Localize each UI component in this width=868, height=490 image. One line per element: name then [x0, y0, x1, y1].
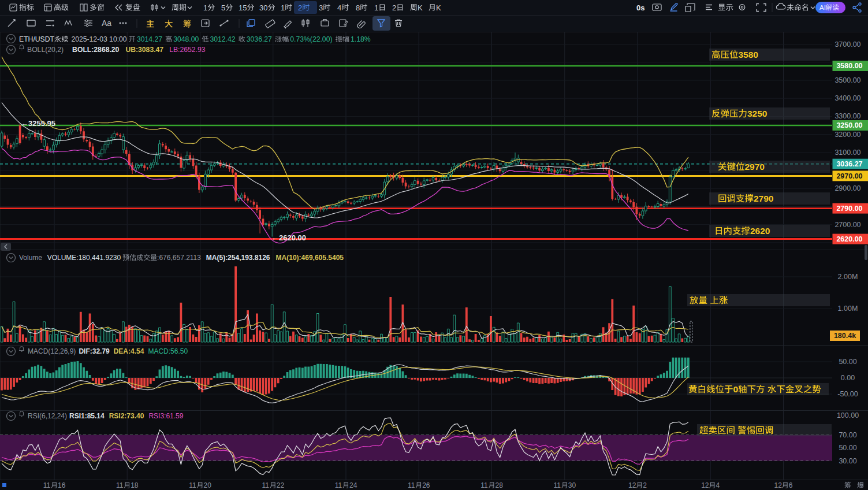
svg-text:26: 26: [422, 481, 430, 489]
svg-text:0.73%(22.00): 0.73%(22.00): [290, 35, 332, 43]
svg-text:2620: 2620: [750, 226, 770, 236]
svg-text:3200.00: 3200.00: [835, 131, 860, 139]
svg-text:2900.00: 2900.00: [835, 184, 860, 192]
svg-text:3036.27: 3036.27: [247, 35, 272, 43]
svg-text:BOLL(20,2): BOLL(20,2): [27, 46, 64, 54]
svg-text:MACD(12,26,9): MACD(12,26,9): [28, 347, 76, 355]
svg-text:2.00M: 2.00M: [838, 273, 858, 281]
svg-text:11: 11: [335, 481, 342, 489]
svg-text:1: 1: [281, 3, 285, 12]
svg-text:0s: 0s: [636, 3, 645, 12]
svg-text:3400.00: 3400.00: [835, 94, 860, 102]
svg-text:2700.00: 2700.00: [835, 221, 860, 229]
svg-text:Volume: Volume: [19, 254, 42, 262]
svg-text:AI: AI: [819, 4, 826, 11]
svg-text:3014.27: 3014.27: [137, 35, 162, 43]
svg-text:MA(10):469,605.5405: MA(10):469,605.5405: [276, 254, 344, 262]
svg-text:-50.00: -50.00: [837, 390, 858, 398]
svg-text:11: 11: [480, 481, 488, 489]
svg-text:3300.00: 3300.00: [835, 112, 860, 120]
svg-text:3100.00: 3100.00: [835, 149, 860, 157]
svg-text:24: 24: [349, 481, 357, 489]
svg-text:28: 28: [496, 481, 504, 489]
svg-text:50.00: 50.00: [839, 358, 856, 366]
svg-text:LB:2652.93: LB:2652.93: [169, 46, 206, 54]
svg-text:BOLL:2868.20: BOLL:2868.20: [72, 46, 120, 54]
svg-text:2025-12-03 10:00: 2025-12-03 10:00: [71, 35, 126, 43]
svg-text:DEA:4.54: DEA:4.54: [114, 347, 144, 355]
svg-text:0.00: 0.00: [841, 374, 855, 382]
svg-text:←3255.95: ←3255.95: [21, 119, 55, 128]
svg-text:4: 4: [337, 3, 341, 12]
svg-text:K: K: [418, 3, 423, 12]
svg-text:RSI2:73.40: RSI2:73.40: [109, 412, 144, 420]
svg-text:12: 12: [701, 481, 709, 489]
svg-text:2790: 2790: [754, 194, 773, 203]
svg-text:2970: 2970: [745, 162, 765, 172]
svg-text:RSI1:85.14: RSI1:85.14: [69, 412, 105, 420]
svg-text:30.00: 30.00: [839, 457, 856, 465]
svg-text:2790.00: 2790.00: [836, 205, 862, 213]
svg-text:1: 1: [203, 3, 207, 12]
svg-text:DIF:32.79: DIF:32.79: [79, 347, 110, 355]
svg-text:12: 12: [628, 481, 636, 489]
svg-text:3580: 3580: [739, 50, 758, 60]
svg-text:3048.00: 3048.00: [173, 35, 199, 43]
svg-text:3250.00: 3250.00: [836, 121, 862, 129]
svg-text:11: 11: [189, 481, 196, 489]
svg-text:2970.00: 2970.00: [836, 172, 862, 180]
svg-text:22: 22: [277, 481, 285, 489]
svg-text:50.00: 50.00: [839, 444, 856, 452]
svg-text::676,657.2113: :676,657.2113: [157, 254, 201, 262]
svg-text:30: 30: [568, 481, 576, 489]
svg-text:8: 8: [356, 3, 360, 12]
svg-text:100.00: 100.00: [837, 411, 859, 420]
svg-text:12: 12: [774, 481, 783, 489]
svg-text:15: 15: [239, 3, 247, 12]
svg-text:16: 16: [58, 481, 66, 489]
svg-text:Aa: Aa: [102, 18, 111, 28]
svg-text:6: 6: [789, 481, 793, 489]
svg-text:UB:3083.47: UB:3083.47: [125, 46, 163, 54]
svg-text:70.00: 70.00: [839, 431, 856, 439]
svg-text:2: 2: [392, 3, 396, 12]
svg-text:4: 4: [716, 481, 720, 489]
svg-text:11: 11: [408, 481, 415, 489]
svg-text:3250: 3250: [747, 109, 767, 118]
svg-text:180.4k: 180.4k: [834, 332, 856, 340]
svg-text:0: 0: [733, 384, 739, 394]
svg-text:3012.42: 3012.42: [210, 35, 236, 43]
svg-text:3700.00: 3700.00: [835, 40, 860, 49]
svg-text:K: K: [436, 3, 441, 12]
svg-text:ETH/USDT: ETH/USDT: [19, 35, 54, 43]
svg-text:MACD:56.50: MACD:56.50: [148, 347, 188, 355]
svg-text:11: 11: [262, 481, 269, 489]
svg-text:MA(5):254,193.8126: MA(5):254,193.8126: [206, 254, 270, 262]
svg-text:20: 20: [204, 481, 212, 489]
svg-text:RSI3:61.59: RSI3:61.59: [148, 412, 183, 420]
svg-text:2: 2: [298, 3, 302, 12]
svg-text:11: 11: [553, 481, 561, 489]
svg-text:11: 11: [43, 481, 51, 489]
svg-text:3: 3: [319, 3, 323, 12]
svg-text:2: 2: [643, 481, 647, 489]
svg-text:VOLUME:180,441.9230: VOLUME:180,441.9230: [47, 254, 121, 262]
svg-text:RSI(6,12,24): RSI(6,12,24): [28, 412, 67, 420]
svg-text:3500.00: 3500.00: [835, 76, 860, 84]
svg-text:5: 5: [221, 3, 225, 12]
svg-text:1: 1: [374, 3, 378, 12]
svg-text:3036.27: 3036.27: [836, 160, 862, 168]
svg-text:18: 18: [131, 481, 139, 489]
svg-text:30: 30: [259, 3, 267, 12]
svg-text:←2620.00: ←2620.00: [271, 233, 306, 242]
svg-text:3580.00: 3580.00: [836, 62, 862, 70]
svg-text:1.18%: 1.18%: [351, 35, 371, 43]
svg-text:1.00M: 1.00M: [838, 305, 858, 313]
svg-text:2620.00: 2620.00: [836, 235, 862, 243]
svg-text:11: 11: [116, 481, 124, 489]
